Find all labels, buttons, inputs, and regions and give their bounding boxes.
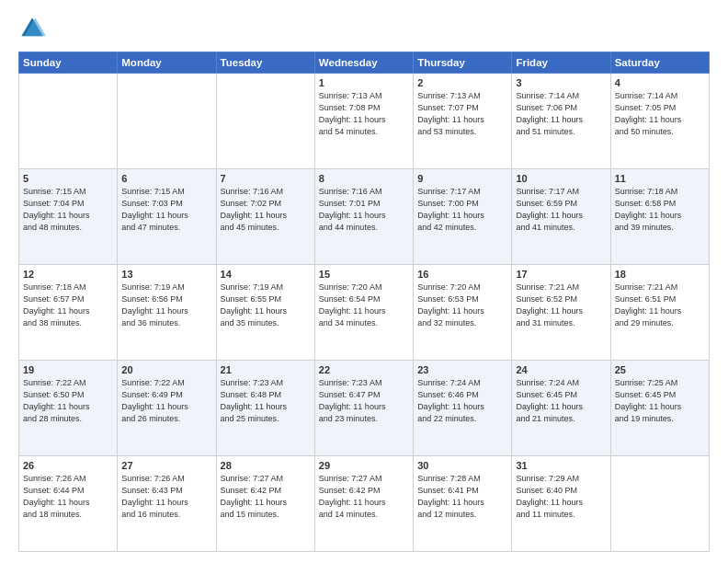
calendar-cell: 15Sunrise: 7:20 AM Sunset: 6:54 PM Dayli… <box>314 265 413 361</box>
day-number: 17 <box>516 269 606 280</box>
day-info: Sunrise: 7:24 AM Sunset: 6:45 PM Dayligh… <box>516 377 606 425</box>
calendar-cell: 1Sunrise: 7:13 AM Sunset: 7:08 PM Daylig… <box>314 74 413 169</box>
weekday-header-monday: Monday <box>118 52 216 74</box>
day-number: 7 <box>221 173 311 184</box>
day-info: Sunrise: 7:21 AM Sunset: 6:51 PM Dayligh… <box>615 282 705 329</box>
day-number: 31 <box>516 460 606 471</box>
day-info: Sunrise: 7:17 AM Sunset: 7:00 PM Dayligh… <box>417 186 507 234</box>
calendar-cell: 18Sunrise: 7:21 AM Sunset: 6:51 PM Dayli… <box>610 265 709 361</box>
day-number: 26 <box>23 460 113 471</box>
calendar-week-3: 12Sunrise: 7:18 AM Sunset: 6:57 PM Dayli… <box>19 265 710 361</box>
weekday-header-row: SundayMondayTuesdayWednesdayThursdayFrid… <box>19 52 710 74</box>
day-number: 22 <box>319 364 409 375</box>
day-info: Sunrise: 7:26 AM Sunset: 6:44 PM Dayligh… <box>23 473 113 521</box>
day-number: 4 <box>615 77 705 88</box>
day-number: 23 <box>417 364 507 375</box>
calendar-cell: 11Sunrise: 7:18 AM Sunset: 6:58 PM Dayli… <box>610 169 709 265</box>
day-info: Sunrise: 7:20 AM Sunset: 6:54 PM Dayligh… <box>319 282 409 329</box>
calendar-cell: 27Sunrise: 7:26 AM Sunset: 6:43 PM Dayli… <box>118 456 216 552</box>
calendar-cell: 19Sunrise: 7:22 AM Sunset: 6:50 PM Dayli… <box>19 361 118 456</box>
calendar-cell: 7Sunrise: 7:16 AM Sunset: 7:02 PM Daylig… <box>216 169 314 265</box>
logo <box>18 15 50 42</box>
calendar-week-4: 19Sunrise: 7:22 AM Sunset: 6:50 PM Dayli… <box>19 361 710 456</box>
day-info: Sunrise: 7:23 AM Sunset: 6:48 PM Dayligh… <box>221 377 311 425</box>
day-number: 9 <box>417 173 507 184</box>
calendar-table: SundayMondayTuesdayWednesdayThursdayFrid… <box>18 52 710 552</box>
calendar-cell: 16Sunrise: 7:20 AM Sunset: 6:53 PM Dayli… <box>414 265 512 361</box>
calendar-cell: 30Sunrise: 7:28 AM Sunset: 6:41 PM Dayli… <box>414 456 512 552</box>
calendar-cell: 3Sunrise: 7:14 AM Sunset: 7:06 PM Daylig… <box>512 74 610 169</box>
day-info: Sunrise: 7:22 AM Sunset: 6:50 PM Dayligh… <box>23 377 113 425</box>
day-number: 15 <box>319 269 409 280</box>
calendar-cell: 22Sunrise: 7:23 AM Sunset: 6:47 PM Dayli… <box>314 361 413 456</box>
calendar-cell: 21Sunrise: 7:23 AM Sunset: 6:48 PM Dayli… <box>216 361 314 456</box>
day-info: Sunrise: 7:14 AM Sunset: 7:06 PM Dayligh… <box>516 90 606 138</box>
weekday-header-thursday: Thursday <box>414 52 512 74</box>
day-info: Sunrise: 7:24 AM Sunset: 6:46 PM Dayligh… <box>417 377 507 425</box>
calendar-cell: 28Sunrise: 7:27 AM Sunset: 6:42 PM Dayli… <box>216 456 314 552</box>
day-info: Sunrise: 7:13 AM Sunset: 7:07 PM Dayligh… <box>417 90 507 138</box>
day-number: 20 <box>121 364 211 375</box>
calendar-cell: 14Sunrise: 7:19 AM Sunset: 6:55 PM Dayli… <box>216 265 314 361</box>
day-info: Sunrise: 7:19 AM Sunset: 6:56 PM Dayligh… <box>121 282 211 329</box>
day-number: 6 <box>121 173 211 184</box>
calendar-cell: 2Sunrise: 7:13 AM Sunset: 7:07 PM Daylig… <box>414 74 512 169</box>
calendar-week-5: 26Sunrise: 7:26 AM Sunset: 6:44 PM Dayli… <box>19 456 710 552</box>
day-number: 24 <box>516 364 606 375</box>
logo-icon <box>18 15 46 42</box>
calendar-cell: 26Sunrise: 7:26 AM Sunset: 6:44 PM Dayli… <box>19 456 118 552</box>
day-info: Sunrise: 7:14 AM Sunset: 7:05 PM Dayligh… <box>615 90 705 138</box>
day-number: 10 <box>516 173 606 184</box>
day-number: 16 <box>417 269 507 280</box>
weekday-header-wednesday: Wednesday <box>314 52 413 74</box>
day-info: Sunrise: 7:27 AM Sunset: 6:42 PM Dayligh… <box>221 473 311 521</box>
day-info: Sunrise: 7:28 AM Sunset: 6:41 PM Dayligh… <box>417 473 507 521</box>
day-info: Sunrise: 7:17 AM Sunset: 6:59 PM Dayligh… <box>516 186 606 234</box>
header <box>18 15 710 42</box>
day-info: Sunrise: 7:21 AM Sunset: 6:52 PM Dayligh… <box>516 282 606 329</box>
calendar-cell: 31Sunrise: 7:29 AM Sunset: 6:40 PM Dayli… <box>512 456 610 552</box>
calendar-cell: 29Sunrise: 7:27 AM Sunset: 6:42 PM Dayli… <box>314 456 413 552</box>
calendar-cell: 8Sunrise: 7:16 AM Sunset: 7:01 PM Daylig… <box>314 169 413 265</box>
day-info: Sunrise: 7:25 AM Sunset: 6:45 PM Dayligh… <box>615 377 705 425</box>
day-info: Sunrise: 7:23 AM Sunset: 6:47 PM Dayligh… <box>319 377 409 425</box>
calendar-cell: 25Sunrise: 7:25 AM Sunset: 6:45 PM Dayli… <box>610 361 709 456</box>
calendar-cell <box>216 74 314 169</box>
day-info: Sunrise: 7:16 AM Sunset: 7:01 PM Dayligh… <box>319 186 409 234</box>
calendar-cell: 4Sunrise: 7:14 AM Sunset: 7:05 PM Daylig… <box>610 74 709 169</box>
day-number: 30 <box>417 460 507 471</box>
day-info: Sunrise: 7:18 AM Sunset: 6:58 PM Dayligh… <box>615 186 705 234</box>
weekday-header-saturday: Saturday <box>610 52 709 74</box>
calendar-cell: 9Sunrise: 7:17 AM Sunset: 7:00 PM Daylig… <box>414 169 512 265</box>
day-number: 21 <box>221 364 311 375</box>
calendar-cell: 20Sunrise: 7:22 AM Sunset: 6:49 PM Dayli… <box>118 361 216 456</box>
day-number: 27 <box>121 460 211 471</box>
day-number: 3 <box>516 77 606 88</box>
day-info: Sunrise: 7:15 AM Sunset: 7:03 PM Dayligh… <box>121 186 211 234</box>
day-number: 12 <box>23 269 113 280</box>
calendar-cell: 24Sunrise: 7:24 AM Sunset: 6:45 PM Dayli… <box>512 361 610 456</box>
day-info: Sunrise: 7:27 AM Sunset: 6:42 PM Dayligh… <box>319 473 409 521</box>
calendar-cell <box>118 74 216 169</box>
weekday-header-friday: Friday <box>512 52 610 74</box>
calendar-cell: 6Sunrise: 7:15 AM Sunset: 7:03 PM Daylig… <box>118 169 216 265</box>
day-info: Sunrise: 7:20 AM Sunset: 6:53 PM Dayligh… <box>417 282 507 329</box>
calendar-cell: 23Sunrise: 7:24 AM Sunset: 6:46 PM Dayli… <box>414 361 512 456</box>
day-info: Sunrise: 7:15 AM Sunset: 7:04 PM Dayligh… <box>23 186 113 234</box>
calendar-cell: 17Sunrise: 7:21 AM Sunset: 6:52 PM Dayli… <box>512 265 610 361</box>
calendar-week-1: 1Sunrise: 7:13 AM Sunset: 7:08 PM Daylig… <box>19 74 710 169</box>
day-number: 25 <box>615 364 705 375</box>
day-number: 13 <box>121 269 211 280</box>
day-number: 19 <box>23 364 113 375</box>
day-number: 5 <box>23 173 113 184</box>
day-number: 28 <box>221 460 311 471</box>
day-number: 18 <box>615 269 705 280</box>
day-number: 8 <box>319 173 409 184</box>
weekday-header-sunday: Sunday <box>19 52 118 74</box>
day-info: Sunrise: 7:26 AM Sunset: 6:43 PM Dayligh… <box>121 473 211 521</box>
day-info: Sunrise: 7:19 AM Sunset: 6:55 PM Dayligh… <box>221 282 311 329</box>
page: SundayMondayTuesdayWednesdayThursdayFrid… <box>0 0 728 563</box>
calendar-cell <box>610 456 709 552</box>
day-info: Sunrise: 7:18 AM Sunset: 6:57 PM Dayligh… <box>23 282 113 329</box>
day-number: 1 <box>319 77 409 88</box>
